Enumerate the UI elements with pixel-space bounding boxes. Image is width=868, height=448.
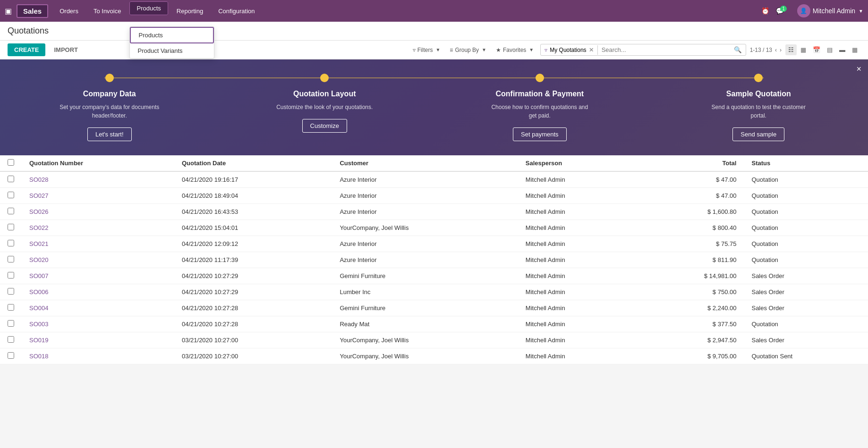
chat-icon[interactable]: 💬1 (776, 7, 791, 15)
row-total: $ 2,947.50 (639, 332, 744, 348)
search-input[interactable] (598, 44, 730, 55)
row-checkbox[interactable] (8, 272, 14, 279)
row-quotation-number[interactable]: SO007 (22, 268, 174, 284)
view-grid-icon[interactable]: ▦ (849, 44, 860, 55)
view-chart-icon[interactable]: ▬ (836, 44, 848, 55)
row-checkbox[interactable] (8, 336, 14, 343)
row-total: $ 75.75 (639, 236, 744, 252)
row-quotation-number[interactable]: SO019 (22, 332, 174, 348)
row-checkbox[interactable] (8, 208, 14, 214)
table-row[interactable]: SO004 04/21/2020 10:27:28 Gemini Furnitu… (0, 300, 868, 316)
row-date: 04/21/2020 16:43:53 (174, 204, 332, 220)
step-btn-sample[interactable]: Send sample (732, 127, 784, 141)
row-checkbox[interactable] (8, 176, 14, 182)
user-menu[interactable]: 👤 Mitchell Admin ▼ (797, 4, 863, 17)
step-btn-company[interactable]: Let's start! (87, 127, 132, 141)
row-status: Quotation (744, 188, 868, 204)
star-icon: ★ (496, 47, 501, 53)
col-salesperson[interactable]: Salesperson (518, 155, 639, 171)
search-button[interactable]: 🔍 (730, 44, 746, 55)
col-total[interactable]: Total (639, 155, 744, 171)
table-row[interactable]: SO020 04/21/2020 11:17:39 Azure Interior… (0, 252, 868, 268)
row-checkbox-cell (0, 300, 22, 316)
view-kanban-icon[interactable]: ▦ (798, 44, 809, 55)
row-quotation-number[interactable]: SO018 (22, 348, 174, 364)
import-button[interactable]: IMPORT (49, 43, 83, 56)
favorites-label: Favorites (503, 47, 526, 53)
row-date: 03/21/2020 10:27:00 (174, 348, 332, 364)
list-icon: ≡ (450, 47, 453, 53)
row-quotation-number[interactable]: SO021 (22, 236, 174, 252)
row-quotation-number[interactable]: SO026 (22, 204, 174, 220)
row-quotation-number[interactable]: SO020 (22, 252, 174, 268)
onboarding-close-button[interactable]: × (856, 64, 861, 74)
col-customer[interactable]: Customer (332, 155, 518, 171)
nav-item-reporting[interactable]: Reporting (170, 5, 210, 17)
row-quotation-number[interactable]: SO028 (22, 171, 174, 188)
nav-item-products[interactable]: Products (129, 1, 168, 15)
nav-items: Orders To Invoice Products Products Prod… (53, 5, 261, 17)
row-quotation-number[interactable]: SO027 (22, 188, 174, 204)
row-quotation-number[interactable]: SO004 (22, 300, 174, 316)
row-checkbox[interactable] (8, 320, 14, 327)
page-title: Quotations (8, 26, 49, 36)
filter-funnel-icon: ▿ (545, 47, 547, 53)
table-row[interactable]: SO019 03/21/2020 10:27:00 YourCompany, J… (0, 332, 868, 348)
row-quotation-number[interactable]: SO022 (22, 220, 174, 236)
dropdown-item-product-variants[interactable]: Product Variants (130, 43, 214, 58)
view-calendar-icon[interactable]: 📅 (810, 44, 823, 55)
row-checkbox[interactable] (8, 224, 14, 230)
row-quotation-number[interactable]: SO006 (22, 284, 174, 300)
nav-item-configuration[interactable]: Configuration (212, 5, 261, 17)
table-row[interactable]: SO027 04/21/2020 18:49:04 Azure Interior… (0, 188, 868, 204)
row-customer: Azure Interior (332, 204, 518, 220)
group-by-button[interactable]: ≡ Group By ▼ (447, 45, 489, 55)
table-row[interactable]: SO022 04/21/2020 15:04:01 YourCompany, J… (0, 220, 868, 236)
table-row[interactable]: SO003 04/21/2020 10:27:28 Ready Mat Mitc… (0, 316, 868, 332)
apps-icon[interactable]: ▣ (5, 7, 12, 16)
col-quotation-date[interactable]: Quotation Date (174, 155, 332, 171)
row-customer: Lumber Inc (332, 284, 518, 300)
table-row[interactable]: SO028 04/21/2020 19:16:17 Azure Interior… (0, 171, 868, 188)
col-status[interactable]: Status (744, 155, 868, 171)
row-checkbox[interactable] (8, 304, 14, 311)
step-dot-layout (320, 74, 329, 82)
row-salesperson: Mitchell Admin (518, 348, 639, 364)
favorites-button[interactable]: ★ Favorites ▼ (493, 45, 536, 55)
filter-tag-close[interactable]: ✕ (589, 47, 594, 53)
row-checkbox[interactable] (8, 192, 14, 198)
row-salesperson: Mitchell Admin (518, 284, 639, 300)
pagination-prev[interactable]: ‹ (775, 47, 777, 53)
notification-badge: 1 (780, 6, 787, 12)
brand-label[interactable]: Sales (17, 4, 48, 18)
create-button[interactable]: CREATE (8, 43, 45, 56)
row-checkbox[interactable] (8, 352, 14, 359)
step-title-payment: Confirmation & Payment (488, 90, 592, 98)
view-pivot-icon[interactable]: ▤ (824, 44, 835, 55)
step-btn-payment[interactable]: Set payments (513, 127, 567, 141)
row-quotation-number[interactable]: SO003 (22, 316, 174, 332)
search-area: ▿ Filters ▼ ≡ Group By ▼ ★ Favorites ▼ ▿… (410, 44, 860, 56)
nav-item-orders[interactable]: Orders (53, 5, 85, 17)
table-row[interactable]: SO018 03/21/2020 10:27:00 YourCompany, J… (0, 348, 868, 364)
nav-item-to-invoice[interactable]: To Invoice (87, 5, 128, 17)
dropdown-item-products[interactable]: Products (130, 27, 214, 43)
row-checkbox[interactable] (8, 256, 14, 262)
table-row[interactable]: SO026 04/21/2020 16:43:53 Azure Interior… (0, 204, 868, 220)
row-salesperson: Mitchell Admin (518, 171, 639, 188)
table-row[interactable]: SO021 04/21/2020 12:09:12 Azure Interior… (0, 236, 868, 252)
row-checkbox-cell (0, 284, 22, 300)
col-quotation-number[interactable]: Quotation Number (22, 155, 174, 171)
filters-button[interactable]: ▿ Filters ▼ (410, 45, 443, 55)
row-checkbox[interactable] (8, 288, 14, 295)
view-list-icon[interactable]: ☷ (785, 44, 797, 55)
pagination-next[interactable]: › (780, 47, 782, 53)
step-desc-sample: Send a quotation to test the customer po… (706, 103, 810, 120)
select-all-checkbox[interactable] (8, 159, 14, 166)
table-row[interactable]: SO007 04/21/2020 10:27:29 Gemini Furnitu… (0, 268, 868, 284)
clock-icon[interactable]: ⏰ (761, 7, 769, 15)
row-total: $ 9,705.00 (639, 348, 744, 364)
row-checkbox[interactable] (8, 240, 14, 246)
table-row[interactable]: SO006 04/21/2020 10:27:29 Lumber Inc Mit… (0, 284, 868, 300)
step-btn-layout[interactable]: Customize (302, 119, 347, 133)
